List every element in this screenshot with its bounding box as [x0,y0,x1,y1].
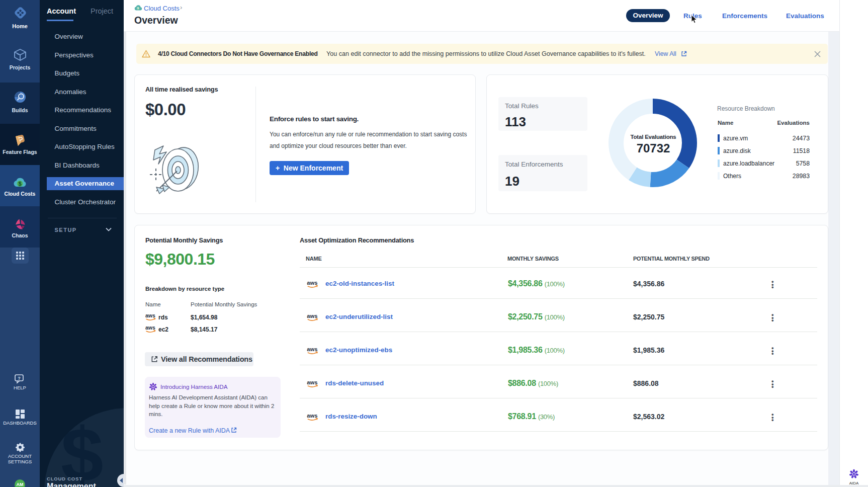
svg-text:aws: aws [307,280,317,286]
svg-text:$: $ [137,7,139,10]
svg-text:aws: aws [145,313,155,318]
svg-text:aws: aws [307,379,317,385]
svg-text:aws: aws [307,313,317,319]
svg-text:?: ? [18,376,21,381]
svg-text:$: $ [18,181,21,187]
svg-text:aws: aws [307,346,317,352]
svg-text:aws: aws [307,413,317,419]
svg-text:aws: aws [145,325,155,331]
